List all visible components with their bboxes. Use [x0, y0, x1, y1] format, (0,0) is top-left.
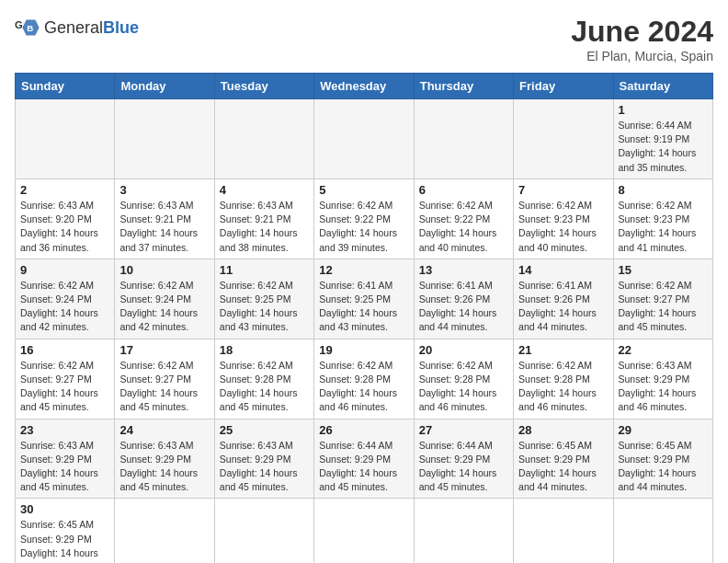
- day-number: 28: [518, 423, 608, 437]
- day-number: 27: [419, 423, 508, 437]
- calendar-week-row: 1Sunrise: 6:44 AM Sunset: 9:19 PM Daylig…: [16, 99, 713, 179]
- day-number: 21: [518, 343, 608, 357]
- calendar-cell: [613, 499, 712, 563]
- calendar-cell: 19Sunrise: 6:42 AM Sunset: 9:28 PM Dayli…: [314, 339, 414, 419]
- day-info: Sunrise: 6:41 AM Sunset: 9:26 PM Dayligh…: [518, 279, 608, 335]
- day-number: 8: [619, 183, 708, 197]
- calendar-table: SundayMondayTuesdayWednesdayThursdayFrid…: [15, 73, 713, 563]
- day-number: 11: [220, 263, 309, 277]
- day-info: Sunrise: 6:41 AM Sunset: 9:25 PM Dayligh…: [319, 279, 408, 335]
- day-number: 4: [220, 183, 309, 197]
- calendar-cell: 1Sunrise: 6:44 AM Sunset: 9:19 PM Daylig…: [613, 99, 712, 179]
- day-info: Sunrise: 6:43 AM Sunset: 9:21 PM Dayligh…: [119, 199, 209, 255]
- calendar-cell: 27Sunrise: 6:44 AM Sunset: 9:29 PM Dayli…: [414, 419, 513, 499]
- calendar-cell: [16, 99, 115, 179]
- calendar-cell: [115, 499, 214, 563]
- calendar-cell: [414, 99, 513, 179]
- day-number: 14: [518, 263, 608, 277]
- page-header: G B GeneralBlue June 2024 El Plan, Murci…: [15, 15, 713, 63]
- col-header-saturday: Saturday: [613, 74, 712, 99]
- day-number: 26: [319, 423, 408, 437]
- svg-text:B: B: [27, 23, 33, 33]
- day-info: Sunrise: 6:41 AM Sunset: 9:26 PM Dayligh…: [419, 279, 508, 335]
- day-number: 1: [619, 103, 708, 117]
- title-block: June 2024 El Plan, Murcia, Spain: [571, 15, 713, 63]
- day-info: Sunrise: 6:43 AM Sunset: 9:29 PM Dayligh…: [20, 439, 109, 495]
- day-info: Sunrise: 6:43 AM Sunset: 9:29 PM Dayligh…: [119, 439, 209, 495]
- day-number: 16: [20, 343, 109, 357]
- calendar-cell: 28Sunrise: 6:45 AM Sunset: 9:29 PM Dayli…: [514, 419, 613, 499]
- day-number: 25: [220, 423, 309, 437]
- calendar-cell: [115, 99, 214, 179]
- calendar-cell: 6Sunrise: 6:42 AM Sunset: 9:22 PM Daylig…: [414, 178, 513, 259]
- day-number: 5: [319, 183, 408, 197]
- col-header-monday: Monday: [115, 74, 214, 99]
- calendar-subtitle: El Plan, Murcia, Spain: [571, 49, 713, 63]
- col-header-tuesday: Tuesday: [214, 74, 313, 99]
- day-info: Sunrise: 6:42 AM Sunset: 9:22 PM Dayligh…: [319, 199, 408, 255]
- day-number: 29: [619, 423, 708, 437]
- day-info: Sunrise: 6:44 AM Sunset: 9:29 PM Dayligh…: [319, 439, 408, 495]
- calendar-cell: 14Sunrise: 6:41 AM Sunset: 9:26 PM Dayli…: [514, 259, 613, 339]
- calendar-cell: 3Sunrise: 6:43 AM Sunset: 9:21 PM Daylig…: [115, 178, 214, 259]
- generalblue-logo-icon: G B: [15, 15, 40, 40]
- day-info: Sunrise: 6:45 AM Sunset: 9:29 PM Dayligh…: [518, 439, 608, 495]
- calendar-cell: 21Sunrise: 6:42 AM Sunset: 9:28 PM Dayli…: [514, 339, 613, 419]
- calendar-cell: 22Sunrise: 6:43 AM Sunset: 9:29 PM Dayli…: [613, 339, 712, 419]
- day-number: 23: [20, 423, 109, 437]
- calendar-cell: 17Sunrise: 6:42 AM Sunset: 9:27 PM Dayli…: [115, 339, 214, 419]
- calendar-cell: 8Sunrise: 6:42 AM Sunset: 9:23 PM Daylig…: [613, 178, 712, 259]
- calendar-cell: 5Sunrise: 6:42 AM Sunset: 9:22 PM Daylig…: [314, 178, 414, 259]
- calendar-week-row: 16Sunrise: 6:42 AM Sunset: 9:27 PM Dayli…: [16, 339, 713, 419]
- day-number: 7: [518, 183, 608, 197]
- day-number: 6: [419, 183, 508, 197]
- calendar-week-row: 23Sunrise: 6:43 AM Sunset: 9:29 PM Dayli…: [16, 419, 713, 499]
- calendar-cell: [414, 499, 513, 563]
- day-info: Sunrise: 6:42 AM Sunset: 9:27 PM Dayligh…: [119, 359, 209, 415]
- calendar-title: June 2024: [571, 15, 713, 49]
- day-info: Sunrise: 6:42 AM Sunset: 9:23 PM Dayligh…: [619, 199, 708, 255]
- col-header-sunday: Sunday: [16, 74, 115, 99]
- day-number: 20: [419, 343, 508, 357]
- calendar-cell: [514, 499, 613, 563]
- day-number: 17: [119, 343, 209, 357]
- calendar-week-row: 9Sunrise: 6:42 AM Sunset: 9:24 PM Daylig…: [16, 259, 713, 339]
- calendar-cell: 18Sunrise: 6:42 AM Sunset: 9:28 PM Dayli…: [214, 339, 313, 419]
- calendar-cell: 9Sunrise: 6:42 AM Sunset: 9:24 PM Daylig…: [16, 259, 115, 339]
- calendar-cell: [514, 99, 613, 179]
- day-number: 9: [20, 263, 109, 277]
- day-info: Sunrise: 6:43 AM Sunset: 9:20 PM Dayligh…: [20, 199, 109, 255]
- day-number: 19: [319, 343, 408, 357]
- day-number: 30: [20, 502, 109, 516]
- day-number: 10: [119, 263, 209, 277]
- calendar-cell: 2Sunrise: 6:43 AM Sunset: 9:20 PM Daylig…: [16, 178, 115, 259]
- day-info: Sunrise: 6:44 AM Sunset: 9:29 PM Dayligh…: [419, 439, 508, 495]
- day-number: 15: [619, 263, 708, 277]
- calendar-cell: 7Sunrise: 6:42 AM Sunset: 9:23 PM Daylig…: [514, 178, 613, 259]
- calendar-week-row: 30Sunrise: 6:45 AM Sunset: 9:29 PM Dayli…: [16, 499, 713, 563]
- calendar-week-row: 2Sunrise: 6:43 AM Sunset: 9:20 PM Daylig…: [16, 178, 713, 259]
- day-info: Sunrise: 6:42 AM Sunset: 9:28 PM Dayligh…: [220, 359, 309, 415]
- calendar-cell: 13Sunrise: 6:41 AM Sunset: 9:26 PM Dayli…: [414, 259, 513, 339]
- day-info: Sunrise: 6:42 AM Sunset: 9:24 PM Dayligh…: [20, 279, 109, 335]
- calendar-cell: [214, 99, 313, 179]
- logo: G B GeneralBlue: [15, 15, 139, 40]
- calendar-cell: 11Sunrise: 6:42 AM Sunset: 9:25 PM Dayli…: [214, 259, 313, 339]
- svg-text:G: G: [15, 19, 23, 30]
- day-number: 22: [619, 343, 708, 357]
- day-info: Sunrise: 6:42 AM Sunset: 9:24 PM Dayligh…: [119, 279, 209, 335]
- day-number: 3: [119, 183, 209, 197]
- day-info: Sunrise: 6:42 AM Sunset: 9:22 PM Dayligh…: [419, 199, 508, 255]
- calendar-cell: 20Sunrise: 6:42 AM Sunset: 9:28 PM Dayli…: [414, 339, 513, 419]
- day-info: Sunrise: 6:42 AM Sunset: 9:23 PM Dayligh…: [518, 199, 608, 255]
- day-info: Sunrise: 6:42 AM Sunset: 9:28 PM Dayligh…: [419, 359, 508, 415]
- day-number: 24: [119, 423, 209, 437]
- day-info: Sunrise: 6:43 AM Sunset: 9:29 PM Dayligh…: [619, 359, 708, 415]
- calendar-cell: 25Sunrise: 6:43 AM Sunset: 9:29 PM Dayli…: [214, 419, 313, 499]
- calendar-cell: 4Sunrise: 6:43 AM Sunset: 9:21 PM Daylig…: [214, 178, 313, 259]
- logo-text: GeneralBlue: [44, 18, 139, 38]
- day-number: 2: [20, 183, 109, 197]
- calendar-cell: 24Sunrise: 6:43 AM Sunset: 9:29 PM Dayli…: [115, 419, 214, 499]
- calendar-cell: [314, 99, 414, 179]
- day-number: 18: [220, 343, 309, 357]
